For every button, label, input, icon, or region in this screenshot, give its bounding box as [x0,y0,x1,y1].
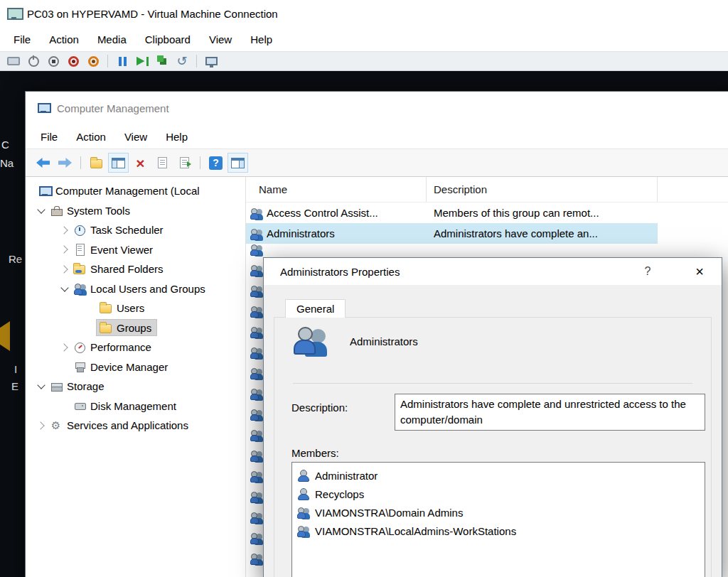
up-one-level-button[interactable] [86,153,107,173]
group-icon [250,491,262,512]
chevron-none [59,361,70,372]
member-row-recyclops[interactable]: Recyclops [292,485,705,503]
tree-item-task-scheduler[interactable]: Task Scheduler [26,220,245,240]
cm-menu-help[interactable]: Help [156,127,197,146]
menu-action[interactable]: Action [40,30,88,49]
forward-button[interactable] [55,153,75,173]
turn-off-icon [48,56,59,67]
tree-item-storage[interactable]: Storage [26,377,245,397]
tree-item-services-and-applications[interactable]: ⚙Services and Applications [26,416,245,436]
tree-item-system-tools[interactable]: System Tools [26,201,245,221]
tree-item-label: Storage [67,380,105,392]
group-icon [250,367,262,388]
menu-file[interactable]: File [4,30,40,49]
member-name: VIAMONSTRA\LocalAdmins-WorkStations [315,525,516,537]
show-console-tree-button[interactable] [108,153,129,173]
device-manager-icon [72,360,87,373]
chevron-collapsed-icon[interactable] [59,342,70,353]
chevron-expanded-icon[interactable] [59,283,70,294]
turn-off-vm-button[interactable] [44,53,63,70]
chevron-collapsed-icon[interactable] [36,420,47,431]
tree-item-label: Disk Management [90,400,176,412]
dialog-close-button[interactable]: × [683,258,716,285]
cm-menu-view[interactable]: View [115,127,156,146]
chevron-collapsed-icon[interactable] [59,264,70,275]
tree-item-computer-management[interactable]: Computer Management (Local [26,181,245,201]
delete-button[interactable]: × [130,153,151,173]
group-icon [250,512,262,532]
tree-item-event-viewer[interactable]: Event Viewer [26,240,245,260]
enhanced-session-button[interactable] [202,53,220,70]
dialog-help-button[interactable]: ? [632,258,663,285]
tree-item-label: Device Manager [90,361,168,373]
shut-down-icon [68,56,79,67]
column-header-description[interactable]: Description [427,177,658,202]
action-pane-icon [231,158,245,168]
administrators-properties-dialog: Administrators Properties ? × General Ad… [263,257,722,577]
menu-clipboard[interactable]: Clipboard [136,30,200,49]
tree-item-performance[interactable]: Performance [26,338,245,357]
show-action-pane-button[interactable] [228,153,248,173]
group-name-label: Administrators [350,335,418,347]
menu-view[interactable]: View [200,30,241,49]
group-large-icon [293,326,326,356]
tab-general[interactable]: General [285,299,346,318]
save-vm-button[interactable] [84,53,102,70]
group-icon [297,507,309,518]
event-viewer-icon [72,243,87,256]
tree-item-local-users-and-groups[interactable]: Local Users and Groups [26,279,245,299]
members-listbox[interactable]: Administrator Recyclops VIAMONSTRA\Domai… [291,462,705,577]
ctrl-alt-del-button[interactable] [4,53,23,70]
export-list-button[interactable] [174,153,195,173]
chevron-expanded-icon[interactable] [36,205,47,216]
cm-menu-file[interactable]: File [31,127,67,146]
folder-icon [98,302,113,315]
tree-item-label: System Tools [67,205,130,217]
dialog-tab-strip: General [264,298,722,317]
chevron-collapsed-icon[interactable] [59,244,70,255]
checkpoint-button[interactable] [153,53,171,70]
help-button[interactable]: ? [205,153,226,173]
back-arrow-icon [36,158,50,168]
back-button[interactable] [33,153,53,173]
description-field[interactable]: Administrators have complete and unrestr… [395,394,705,431]
list-row-access-control[interactable]: Access Control Assist... Members of this… [246,203,658,223]
play-bar-icon [146,57,149,66]
cm-menubar: File Action View Help [26,124,728,149]
group-icon [250,326,262,347]
member-row-administrator[interactable]: Administrator [292,466,705,485]
resume-vm-button[interactable] [133,53,151,70]
tree-item-label: Performance [90,341,151,353]
start-vm-button[interactable] [24,53,43,70]
chevron-collapsed-icon[interactable] [59,225,70,236]
tree-item-groups[interactable]: Groups [26,318,245,338]
tree-item-disk-management[interactable]: Disk Management [26,397,245,416]
pause-vm-button[interactable] [113,53,132,70]
member-row-domain-admins[interactable]: VIAMONSTRA\Domain Admins [292,503,705,522]
background-text-fragment: Na [0,157,14,169]
dialog-titlebar[interactable]: Administrators Properties ? × [264,258,722,285]
list-row-administrators[interactable]: Administrators Administrators have compl… [246,223,658,244]
chevron-expanded-icon[interactable] [36,381,47,392]
cm-menu-action[interactable]: Action [67,127,115,146]
group-icon [250,306,262,326]
menu-media[interactable]: Media [88,30,136,49]
tree-item-device-manager[interactable]: Device Manager [26,357,245,377]
tree-item-label: Local Users and Groups [90,283,205,295]
services-icon: ⚙ [48,419,63,432]
column-header-name[interactable]: Name [246,177,427,202]
shut-down-vm-button[interactable] [64,53,82,70]
cm-titlebar[interactable]: Computer Management [26,92,728,124]
tree-item-shared-folders[interactable]: Shared Folders [26,259,245,279]
properties-button[interactable] [152,153,173,173]
folder-icon [90,159,102,168]
member-row-localadmins-workstations[interactable]: VIAMONSTRA\LocalAdmins-WorkStations [292,522,705,540]
group-icon [250,429,262,450]
tree-item-users[interactable]: Users [26,298,245,318]
user-icon [297,470,309,481]
group-icon [250,532,262,553]
revert-button[interactable]: ↺ [173,53,191,70]
menu-help[interactable]: Help [241,30,282,49]
computer-management-icon [37,102,50,114]
vmconnect-title: PC03 on HYPERVAMD - Virtual Machine Conn… [27,8,278,20]
